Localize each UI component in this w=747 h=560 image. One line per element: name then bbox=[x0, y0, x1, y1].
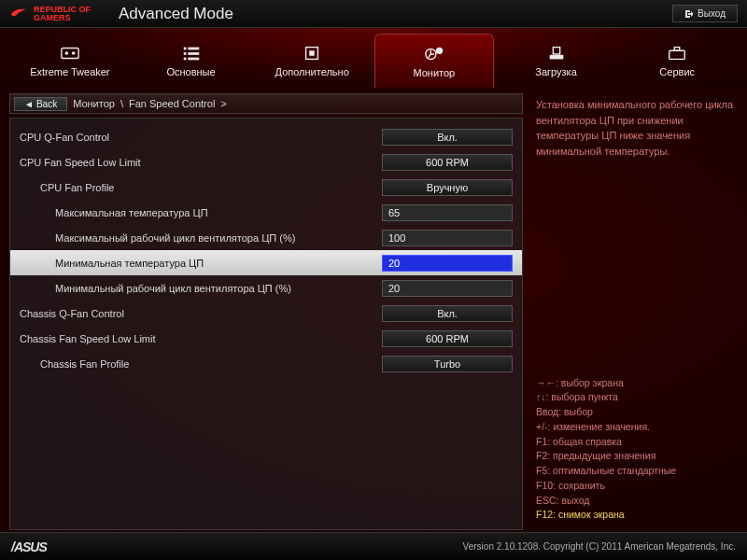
setting-label: Chassis Fan Speed Low Limit bbox=[20, 333, 382, 344]
tab-boot[interactable]: Загрузка bbox=[498, 34, 615, 88]
svg-rect-16 bbox=[674, 48, 680, 51]
key-hint-line: F10: сохранить bbox=[536, 479, 734, 494]
setting-select[interactable]: Вкл. bbox=[382, 129, 513, 146]
side-column: Установка минимального рабочего цикла ве… bbox=[523, 88, 747, 532]
back-button[interactable]: ◄ Back bbox=[14, 97, 67, 111]
setting-label: CPU Fan Speed Low Limit bbox=[20, 157, 382, 168]
setting-row[interactable]: Chassis Fan Speed Low Limit600 RPM bbox=[10, 326, 522, 351]
svg-rect-3 bbox=[183, 48, 186, 50]
svg-rect-8 bbox=[188, 58, 199, 61]
fan-gauge-icon bbox=[424, 45, 444, 63]
tab-monitor[interactable]: Монитор bbox=[374, 34, 494, 88]
setting-label: Минимальная температура ЦП bbox=[20, 258, 382, 269]
key-hint-desc: изменение значения. bbox=[550, 421, 650, 432]
tweaker-icon bbox=[60, 44, 80, 63]
setting-label: Минимальный рабочий цикл вентилятора ЦП … bbox=[20, 283, 382, 294]
setting-row[interactable]: Максимальный рабочий цикл вентилятора ЦП… bbox=[10, 225, 522, 250]
key-hint-key: F2: bbox=[536, 450, 550, 461]
key-hint-desc: выбор bbox=[561, 406, 593, 417]
key-hint-line: +/-: изменение значения. bbox=[536, 420, 734, 435]
setting-row[interactable]: Chassis Q-Fan ControlВкл. bbox=[10, 301, 522, 326]
setting-row[interactable]: CPU Fan Speed Low Limit600 RPM bbox=[10, 149, 522, 175]
list-icon bbox=[181, 44, 202, 63]
tab-label: Загрузка bbox=[535, 66, 576, 77]
tab-label: Сервис bbox=[659, 66, 695, 77]
mode-title: Advanced Mode bbox=[119, 5, 233, 23]
key-hint-key: F10: bbox=[536, 480, 556, 491]
breadcrumb-parent[interactable]: Монитор bbox=[73, 98, 115, 109]
setting-input[interactable]: 65 bbox=[382, 204, 513, 221]
breadcrumb-sep: \ bbox=[120, 98, 123, 109]
key-hint-key: F5: bbox=[536, 465, 550, 476]
tab-advanced[interactable]: Дополнительно bbox=[253, 34, 371, 88]
setting-row[interactable]: Минимальная температура ЦП20 bbox=[10, 250, 522, 275]
setting-row[interactable]: CPU Fan ProfileВручную bbox=[10, 175, 522, 200]
setting-select[interactable]: 600 RPM bbox=[382, 330, 513, 347]
rog-eye-icon bbox=[9, 5, 28, 23]
key-hint-line: F2: предыдущие значения bbox=[536, 449, 734, 464]
svg-point-1 bbox=[64, 51, 68, 55]
toolbox-icon bbox=[667, 44, 687, 63]
svg-rect-13 bbox=[549, 55, 563, 60]
key-hint-line: Ввод: выбор bbox=[536, 405, 734, 420]
footer-bar: /ASUS Version 2.10.1208. Copyright (C) 2… bbox=[0, 532, 747, 560]
setting-row[interactable]: CPU Q-Fan ControlВкл. bbox=[10, 124, 522, 149]
tab-label: Дополнительно bbox=[275, 66, 349, 77]
key-hint-key: →←: bbox=[536, 377, 558, 388]
key-hint-desc: общая справка bbox=[550, 436, 622, 447]
setting-select[interactable]: Вручную bbox=[382, 179, 513, 196]
setting-select[interactable]: 600 RPM bbox=[382, 154, 513, 171]
settings-panel: CPU Q-Fan ControlВкл.CPU Fan Speed Low L… bbox=[9, 118, 523, 530]
boot-icon bbox=[546, 44, 567, 63]
setting-row[interactable]: Chassis Fan ProfileTurbo bbox=[10, 351, 522, 376]
svg-rect-6 bbox=[188, 52, 199, 55]
tab-main[interactable]: Основные bbox=[133, 34, 250, 88]
setting-row[interactable]: Максимальная температура ЦП65 bbox=[10, 200, 522, 225]
exit-label: Выход bbox=[698, 8, 726, 19]
chip-icon bbox=[302, 44, 322, 63]
brand-logo: REPUBLIC OF GAMERS bbox=[9, 5, 91, 23]
key-hint-line: ↑↓: выбора пункта bbox=[536, 390, 734, 405]
svg-rect-10 bbox=[309, 50, 315, 56]
setting-row[interactable]: Минимальный рабочий цикл вентилятора ЦП … bbox=[10, 275, 522, 301]
breadcrumb-current: Fan Speed Control bbox=[129, 98, 215, 109]
tab-bar: Extreme Tweaker Основные Дополнительно М… bbox=[0, 28, 747, 88]
key-hint-desc: предыдущие значения bbox=[550, 450, 655, 461]
setting-select[interactable]: Turbo bbox=[382, 356, 513, 372]
exit-button[interactable]: Выход bbox=[672, 5, 738, 22]
setting-label: Chassis Fan Profile bbox=[20, 358, 382, 370]
key-hint-desc: сохранить bbox=[556, 480, 605, 491]
exit-icon bbox=[684, 9, 694, 19]
setting-input[interactable]: 100 bbox=[382, 230, 513, 246]
key-hint-key: +/-: bbox=[536, 421, 550, 432]
setting-input[interactable]: 20 bbox=[382, 280, 513, 297]
key-hint-key: ↑↓: bbox=[536, 391, 548, 402]
setting-label: Chassis Q-Fan Control bbox=[20, 308, 382, 319]
setting-label: Максимальный рабочий цикл вентилятора ЦП… bbox=[20, 232, 382, 244]
key-hint-desc: выход bbox=[559, 495, 590, 506]
setting-input[interactable]: 20 bbox=[382, 255, 513, 272]
chevron-left-icon: ◄ bbox=[24, 99, 34, 109]
key-hint-desc: снимок экрана bbox=[556, 509, 625, 520]
setting-label: CPU Q-Fan Control bbox=[20, 132, 382, 143]
key-hint-line: ESC: выход bbox=[536, 494, 734, 509]
key-hint-key: F1: bbox=[536, 436, 550, 447]
key-hints: →←: выбор экрана↑↓: выбора пунктаВвод: в… bbox=[536, 376, 734, 524]
key-hint-line: →←: выбор экрана bbox=[536, 376, 734, 391]
svg-rect-7 bbox=[183, 58, 186, 61]
brand-line2: GAMERS bbox=[34, 14, 91, 22]
key-hint-line: F5: оптимальные стандартные bbox=[536, 464, 734, 479]
tab-tools[interactable]: Сервис bbox=[618, 34, 736, 88]
key-hint-key: Ввод: bbox=[536, 406, 561, 417]
key-hint-line: F1: общая справка bbox=[536, 435, 734, 450]
key-hint-line: F12: снимок экрана bbox=[536, 508, 734, 523]
svg-point-2 bbox=[72, 51, 76, 55]
key-hint-desc: выбор экрана bbox=[558, 377, 624, 388]
setting-select[interactable]: Вкл. bbox=[382, 305, 513, 322]
tab-label: Основные bbox=[166, 66, 215, 77]
key-hint-desc: оптимальные стандартные bbox=[550, 465, 676, 476]
svg-rect-5 bbox=[183, 52, 186, 55]
setting-label: Максимальная температура ЦП bbox=[20, 207, 382, 218]
tab-extreme-tweaker[interactable]: Extreme Tweaker bbox=[11, 34, 129, 88]
svg-rect-0 bbox=[62, 49, 78, 59]
